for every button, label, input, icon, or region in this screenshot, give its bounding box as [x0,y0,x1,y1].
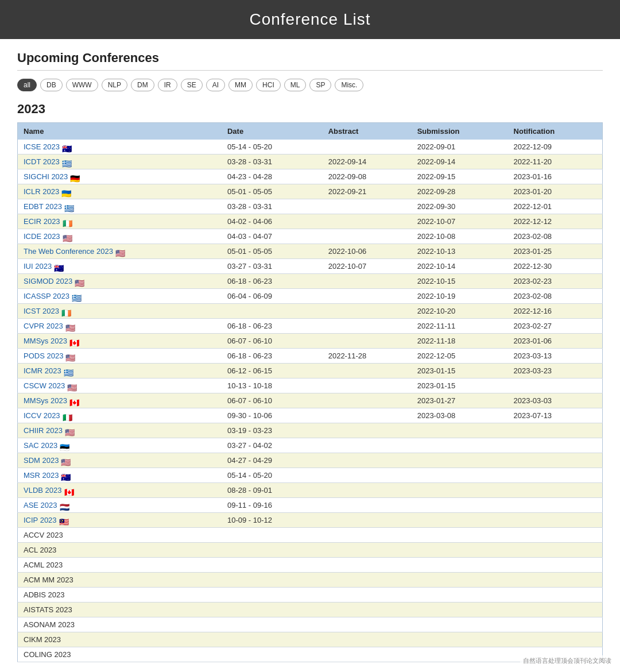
conf-name-link[interactable]: ICIP 2023 [24,516,57,524]
conf-name-link[interactable]: ICST 2023 [24,307,59,315]
filter-btn-dm[interactable]: DM [131,79,154,91]
conf-name-link[interactable]: CHIIR 2023 [24,426,63,435]
table-row: ADBIS 2023 [18,588,603,603]
conf-name-link[interactable]: ICMR 2023 [24,366,61,375]
conf-abstract [323,468,412,483]
conf-abstract [323,319,412,334]
conf-name-cell: ACCV 2023 [18,528,222,543]
conf-abstract [323,304,412,319]
conf-date [222,588,323,603]
filter-btn-www[interactable]: WWW [66,79,98,91]
filter-btn-mm[interactable]: MM [228,79,253,91]
filter-btn-misc.[interactable]: Misc. [335,79,363,91]
filter-btn-se[interactable]: SE [181,79,203,91]
conf-notification [508,617,603,632]
conf-name-link[interactable]: MSR 2023 [24,471,59,480]
country-flag: 🇮🇹 [63,413,73,420]
conf-name-link[interactable]: CSCW 2023 [24,381,65,390]
conf-date [222,573,323,588]
filter-btn-sp[interactable]: SP [309,79,331,91]
conf-notification: 2023-03-03 [508,393,603,408]
conf-abstract [323,140,412,155]
filter-btn-ai[interactable]: AI [206,79,225,91]
conf-name-link[interactable]: VLDB 2023 [24,486,62,495]
conf-notification: 2023-01-25 [508,244,603,259]
conf-name-link[interactable]: SIGCHI 2023 [24,172,68,181]
conf-name-link[interactable]: MMSys 2023 [24,396,67,405]
conf-name-cell: ACM MM 2023 [18,573,222,588]
conf-name-link[interactable]: ICDT 2023 [24,157,60,166]
country-flag: 🇬🇷 [62,159,72,166]
filter-btn-ir[interactable]: IR [158,79,177,91]
filter-btn-ml[interactable]: ML [284,79,307,91]
conf-name-link[interactable]: The Web Conference 2023 [24,247,113,256]
conf-abstract: 2022-10-06 [323,244,412,259]
conf-notification: 2023-02-08 [508,289,603,304]
conf-submission: 2022-09-01 [412,140,508,155]
conf-date: 05-01 - 05-05 [222,244,323,259]
table-row: SDM 2023🇺🇸04-27 - 04-29 [18,453,603,468]
table-row: ICASSP 2023🇬🇷06-04 - 06-092022-10-192023… [18,289,603,304]
conf-date [222,603,323,617]
conf-name-link[interactable]: SAC 2023 [24,441,57,450]
conf-name-link[interactable]: SIGMOD 2023 [24,277,72,285]
conf-notification: 2022-12-30 [508,259,603,274]
table-row: ACM MM 2023 [18,573,603,588]
conf-submission: 2022-10-19 [412,289,508,304]
conf-abstract: 2022-11-28 [323,349,412,364]
conf-name-cell: The Web Conference 2023🇺🇸 [18,244,222,259]
conf-name-link[interactable]: MMSys 2023 [24,337,67,345]
filter-btn-db[interactable]: DB [40,79,63,91]
country-flag: 🇮🇪 [63,219,73,226]
conf-submission [412,617,508,632]
conf-name-text: COLING 2023 [24,650,71,659]
country-flag: 🇨🇦 [64,488,75,495]
country-flag: 🇩🇪 [70,174,80,181]
conf-name-link[interactable]: EDBT 2023 [24,202,62,211]
conf-notification [508,543,603,558]
conf-abstract [323,438,412,453]
conf-name-link[interactable]: ICLR 2023 [24,187,59,196]
conf-date: 05-14 - 05-20 [222,468,323,483]
table-row: AISTATS 2023 [18,603,603,617]
conf-name-cell: ASONAM 2023 [18,617,222,632]
conf-date: 03-28 - 03-31 [222,199,323,214]
conf-name-link[interactable]: SDM 2023 [24,456,59,465]
col-header-notification: Notification [508,123,603,140]
conf-abstract: 2022-09-21 [323,184,412,199]
filter-btn-all[interactable]: all [17,79,37,91]
country-flag: 🇺🇸 [61,458,71,465]
country-flag: 🇺🇸 [115,249,126,256]
conf-name-link[interactable]: ICDE 2023 [24,232,60,241]
conf-name-link[interactable]: ICCV 2023 [24,411,60,420]
country-flag: 🇬🇷 [72,293,82,300]
table-row: SIGMOD 2023🇺🇸06-18 - 06-232022-10-152023… [18,274,603,289]
table-header-row: NameDateAbstractSubmissionNotification [18,123,603,140]
conf-name-cell: VLDB 2023🇨🇦 [18,483,222,498]
table-row: ICST 2023🇮🇪2022-10-202022-12-16 [18,304,603,319]
conf-name-link[interactable]: ICASSP 2023 [24,292,69,300]
table-row: MSR 2023🇦🇺05-14 - 05-20 [18,468,603,483]
table-row: ASONAM 2023 [18,617,603,632]
filter-btn-hci[interactable]: HCI [256,79,281,91]
conf-notification: 2023-02-08 [508,229,603,244]
conf-submission: 2023-03-08 [412,408,508,423]
conf-name-cell: SIGMOD 2023🇺🇸 [18,274,222,289]
conf-name-link[interactable]: CVPR 2023 [24,322,63,330]
conf-name-link[interactable]: ASE 2023 [24,501,57,509]
conf-date: 10-13 - 10-18 [222,379,323,393]
conf-name-cell: AISTATS 2023 [18,603,222,617]
section-heading: Upcoming Conferences [17,51,603,65]
conf-name-link[interactable]: ECIR 2023 [24,217,60,226]
conf-name-link[interactable]: PODS 2023 [24,352,63,360]
conf-name-cell: IUI 2023🇦🇺 [18,259,222,274]
col-header-name: Name [18,123,222,140]
conf-notification [508,379,603,393]
table-row: IUI 2023🇦🇺03-27 - 03-312022-10-072022-10… [18,259,603,274]
conf-notification [508,528,603,543]
conf-name-link[interactable]: ICSE 2023 [24,142,60,151]
conf-submission [412,647,508,662]
conf-name-link[interactable]: IUI 2023 [24,262,52,271]
filter-btn-nlp[interactable]: NLP [102,79,127,91]
conf-submission: 2022-10-07 [412,214,508,229]
